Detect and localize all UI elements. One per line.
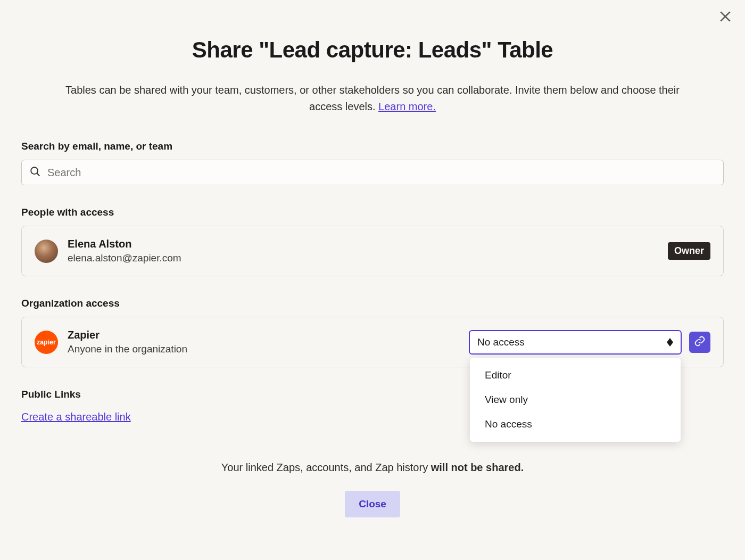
org-row: zapier Zapier Anyone in the organization… <box>21 317 724 367</box>
people-heading: People with access <box>21 207 724 218</box>
org-heading: Organization access <box>21 298 724 309</box>
footer-note: Your linked Zaps, accounts, and Zap hist… <box>21 462 724 474</box>
create-shareable-link[interactable]: Create a shareable link <box>21 411 131 423</box>
org-avatar-text: zapier <box>37 339 56 346</box>
access-select[interactable]: No access Editor View only No access <box>469 330 682 355</box>
person-name: Elena Alston <box>68 238 658 250</box>
person-info: Elena Alston elena.alston@zapier.com <box>68 238 658 264</box>
chevron-updown-icon <box>667 338 673 347</box>
svg-marker-4 <box>667 338 673 342</box>
access-option-view-only[interactable]: View only <box>470 388 681 412</box>
search-icon <box>29 166 41 179</box>
svg-marker-5 <box>667 342 673 347</box>
close-icon[interactable] <box>718 10 732 26</box>
avatar <box>35 240 58 263</box>
org-avatar: zapier <box>35 331 58 354</box>
org-info: Zapier Anyone in the organization <box>68 329 459 355</box>
role-badge: Owner <box>668 242 710 260</box>
share-dialog: Share "Lead capture: Leads" Table Tables… <box>21 37 724 517</box>
org-name: Zapier <box>68 329 459 341</box>
org-desc: Anyone in the organization <box>68 343 459 355</box>
access-dropdown: Editor View only No access <box>470 358 681 442</box>
subtitle-text: Tables can be shared with your team, cus… <box>65 84 680 112</box>
access-option-no-access[interactable]: No access <box>470 412 681 437</box>
search-field-wrap[interactable] <box>21 160 724 185</box>
person-row: Elena Alston elena.alston@zapier.com Own… <box>21 226 724 276</box>
svg-line-3 <box>37 173 39 176</box>
access-option-editor[interactable]: Editor <box>470 363 681 388</box>
search-input[interactable] <box>47 167 716 179</box>
learn-more-link[interactable]: Learn more. <box>378 101 436 112</box>
dialog-title: Share "Lead capture: Leads" Table <box>21 37 724 63</box>
search-label: Search by email, name, or team <box>21 141 724 152</box>
svg-point-2 <box>31 167 38 174</box>
footer-note-bold: will not be shared. <box>431 462 524 473</box>
link-icon <box>694 335 706 349</box>
footer-note-prefix: Your linked Zaps, accounts, and Zap hist… <box>221 462 431 473</box>
copy-link-button[interactable] <box>689 332 710 353</box>
close-button[interactable]: Close <box>345 491 400 517</box>
access-selected-value: No access <box>477 336 525 348</box>
person-email: elena.alston@zapier.com <box>68 252 658 264</box>
dialog-subtitle: Tables can be shared with your team, cus… <box>53 82 692 115</box>
